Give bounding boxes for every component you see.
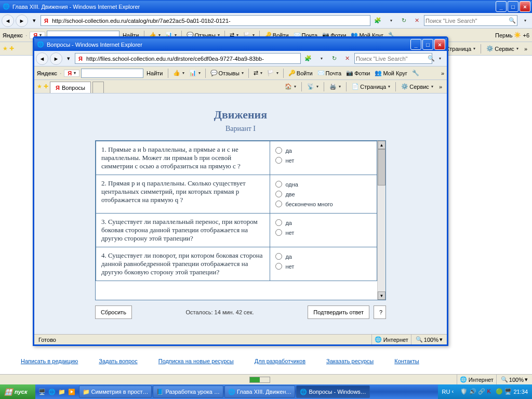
- tray-network-icon[interactable]: 🔗: [478, 388, 485, 395]
- scroll-thumb[interactable]: [378, 149, 385, 185]
- task-questions[interactable]: 🌐 Вопросы - Windows…: [296, 385, 369, 398]
- clock[interactable]: 21:34: [513, 389, 528, 395]
- yandex-circle[interactable]: 👥 Мой Круг: [373, 70, 409, 76]
- tray-display-icon[interactable]: 🖥️: [504, 388, 512, 395]
- popup-zoom-control[interactable]: 🔍 100% ▾: [411, 335, 447, 344]
- popup-forward-button[interactable]: ►: [50, 52, 62, 65]
- chevron-right-icon[interactable]: »: [522, 46, 529, 52]
- add-favorite-icon[interactable]: ✚: [44, 83, 48, 90]
- footer-dev[interactable]: Для разработчиков: [255, 358, 305, 364]
- popup-address-bar[interactable]: Я: [75, 53, 301, 64]
- search-box[interactable]: 🔍: [424, 15, 517, 26]
- service-menu[interactable]: ⚙️ Сервис: [484, 45, 521, 52]
- maximize-button[interactable]: □: [508, 1, 518, 12]
- history-dropdown[interactable]: [385, 15, 396, 26]
- refresh-button[interactable]: ↻: [398, 15, 409, 26]
- close-button[interactable]: ×: [520, 1, 530, 12]
- search-dropdown[interactable]: [519, 15, 530, 26]
- popup-refresh-button[interactable]: ↻: [328, 53, 340, 64]
- ql-explorer-icon[interactable]: 📁: [58, 388, 66, 396]
- zoom-control[interactable]: 🔍 100% ▾: [496, 375, 532, 384]
- footer-contacts[interactable]: Контакты: [394, 358, 419, 364]
- yandex-y-button[interactable]: Я: [64, 70, 79, 77]
- popup-recent-dropdown[interactable]: ▾: [64, 54, 73, 63]
- yandex-flag-icon[interactable]: 🏳️: [265, 70, 280, 76]
- popup-stop-button[interactable]: ✕: [341, 53, 353, 64]
- chevron-right-icon[interactable]: »: [441, 70, 444, 76]
- footer-subscribe[interactable]: Подписка на новые ресурсы: [158, 358, 234, 364]
- popup-yandex-search-input[interactable]: [81, 69, 143, 78]
- popup-close-button[interactable]: ×: [434, 39, 445, 50]
- compat-icon[interactable]: 🧩: [372, 15, 383, 26]
- search-icon[interactable]: 🔍: [509, 17, 516, 24]
- chevron-right-icon[interactable]: »: [437, 84, 444, 90]
- add-favorite-icon[interactable]: ✚: [9, 45, 14, 52]
- footer-write[interactable]: Написать в редакцию: [21, 358, 78, 364]
- address-bar[interactable]: Я: [41, 15, 370, 26]
- popup-history-dropdown[interactable]: [315, 53, 327, 64]
- page-menu[interactable]: 📄 Страница: [350, 83, 392, 90]
- lang-indicator[interactable]: RU: [442, 389, 450, 395]
- tray-volume-icon[interactable]: 🔊: [469, 388, 476, 395]
- scroll-down-button[interactable]: ▼: [378, 291, 385, 300]
- q3-opt-yes[interactable]: да: [275, 218, 371, 228]
- q4-opt-yes[interactable]: да: [275, 251, 371, 261]
- ql-player-icon[interactable]: ▶️: [68, 388, 76, 396]
- submit-button[interactable]: Подтвердить ответ: [308, 305, 369, 319]
- popup-back-button[interactable]: ◄: [36, 52, 48, 65]
- tray-updates-icon[interactable]: 🛡️: [460, 388, 468, 395]
- yandex-vote-icon[interactable]: 👍: [171, 70, 186, 76]
- tray-antivirus-icon[interactable]: K: [487, 388, 494, 395]
- yandex-mail[interactable]: ✉️ Почта: [316, 70, 343, 76]
- footer-order[interactable]: Заказать ресурсы: [326, 358, 374, 364]
- popup-search-box[interactable]: 🔍: [354, 53, 432, 64]
- tray-remove-icon[interactable]: 🟢: [496, 388, 503, 395]
- q2-opt-two[interactable]: две: [275, 189, 371, 199]
- minimize-button[interactable]: _: [496, 1, 507, 12]
- yandex-photos[interactable]: 📷 Фотки: [344, 70, 371, 76]
- quiz-scrollbar[interactable]: ▲ ▼: [377, 141, 385, 300]
- service-menu[interactable]: ⚙️ Сервис: [399, 83, 435, 90]
- q2-opt-one[interactable]: одна: [275, 179, 371, 189]
- back-button[interactable]: ◄: [2, 15, 14, 27]
- help-button[interactable]: ?: [374, 305, 386, 319]
- yandex-reviews[interactable]: 💬 Отзывы: [209, 70, 245, 76]
- forward-button[interactable]: ►: [16, 15, 28, 27]
- tray-chevron-icon[interactable]: ‹: [451, 388, 459, 395]
- home-button[interactable]: 🏠: [283, 83, 298, 90]
- popup-url-input[interactable]: [86, 56, 300, 62]
- favorites-icon[interactable]: ★: [3, 45, 8, 52]
- popup-maximize-button[interactable]: □: [422, 39, 433, 50]
- yandex-tools-icon[interactable]: 🔧: [410, 70, 421, 76]
- q1-opt-yes[interactable]: да: [275, 145, 371, 155]
- reset-button[interactable]: Сбросить: [95, 305, 132, 319]
- url-input[interactable]: [52, 18, 370, 24]
- footer-ask[interactable]: Задать вопрос: [99, 358, 137, 364]
- scroll-track[interactable]: [378, 185, 385, 291]
- yandex-stats-icon[interactable]: 📊: [188, 70, 202, 76]
- ql-ie-icon[interactable]: 🌐: [48, 388, 56, 396]
- q4-opt-no[interactable]: нет: [275, 261, 371, 271]
- q3-opt-no[interactable]: нет: [275, 228, 371, 237]
- popup-compat-icon[interactable]: 🧩: [302, 53, 314, 64]
- scroll-up-button[interactable]: ▲: [378, 141, 385, 149]
- favorites-icon[interactable]: ★: [37, 83, 42, 90]
- yandex-find-button[interactable]: Найти: [145, 70, 164, 76]
- stop-button[interactable]: ✕: [411, 15, 422, 26]
- task-word[interactable]: 📘 Разработка урока …: [153, 385, 223, 398]
- yandex-translate-icon[interactable]: ⇄: [252, 70, 264, 76]
- popup-minimize-button[interactable]: _: [410, 39, 421, 50]
- feeds-button[interactable]: 📡: [305, 83, 321, 90]
- new-tab-button[interactable]: [92, 82, 104, 93]
- ql-desktop-icon[interactable]: 🖥️: [38, 388, 46, 396]
- popup-search-input[interactable]: [356, 56, 428, 62]
- recent-dropdown[interactable]: ▾: [30, 16, 39, 25]
- task-symmetry[interactable]: 📁 Симметрия в прост…: [79, 385, 152, 398]
- start-button[interactable]: 🪟 пуск: [0, 384, 35, 399]
- q2-opt-inf[interactable]: бесконечно много: [275, 199, 371, 209]
- yandex-login[interactable]: 🔑 Войти: [287, 70, 314, 76]
- task-chapter[interactable]: 🌐 Глава XIII. Движен…: [224, 385, 295, 398]
- q1-opt-no[interactable]: нет: [275, 155, 371, 165]
- print-button[interactable]: 🖨️: [327, 83, 343, 90]
- tab-questions[interactable]: Я Вопросы: [50, 82, 91, 93]
